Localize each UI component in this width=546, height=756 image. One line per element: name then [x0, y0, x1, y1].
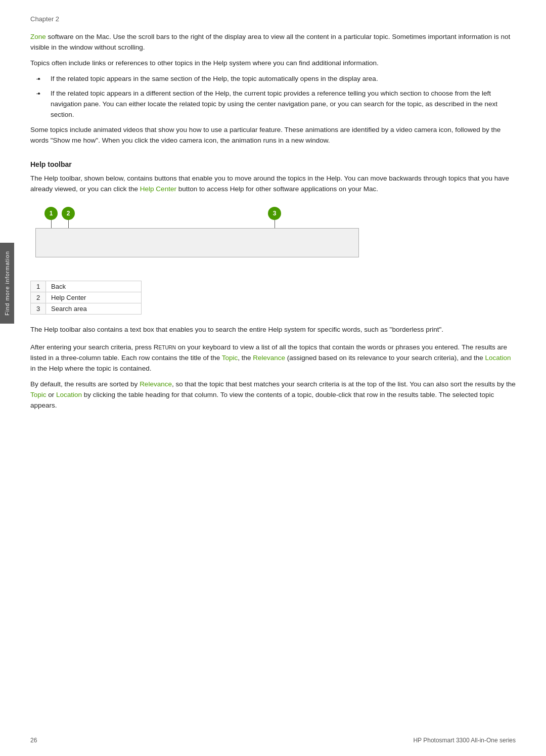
ref-table: 1Back2Help Center3Search area: [30, 281, 142, 315]
table-cell-label: Search area: [46, 303, 142, 315]
main-content: Chapter 2 Zone software on the Mac. Use …: [30, 0, 516, 447]
vline-2: [68, 220, 69, 228]
para7-mid2: or: [47, 391, 57, 398]
circle-1: 1: [44, 207, 58, 220]
paragraph-sort: By default, the results are sorted by Re…: [30, 379, 516, 411]
footer-product: HP Photosmart 3300 All-in-One series: [413, 737, 516, 744]
para6-small: ETURN: [159, 345, 176, 350]
para6-pre: After entering your search criteria, pre…: [30, 343, 159, 351]
table-row: 2Help Center: [31, 292, 142, 303]
help-center-link[interactable]: Help Center: [140, 185, 176, 193]
sidebar-tab-label: Find more information: [4, 251, 10, 316]
table-cell-label: Help Center: [46, 292, 142, 303]
toolbar-diagram: 1 2 3 1Back2Help Center3Search area: [30, 207, 516, 315]
circle-3: 3: [268, 207, 281, 220]
topic-link-2[interactable]: Topic: [30, 391, 47, 398]
table-cell-num: 2: [31, 292, 46, 303]
paragraph-return: After entering your search criteria, pre…: [30, 342, 516, 374]
footer-page-number: 26: [30, 737, 37, 744]
location-link-1[interactable]: Location: [485, 354, 511, 362]
paragraph-zone: Zone software on the Mac. Use the scroll…: [30, 32, 516, 53]
vline-1: [51, 220, 52, 228]
table-cell-label: Back: [46, 281, 142, 292]
zone-bold: Zone: [30, 33, 46, 40]
para4-post: button to access Help for other software…: [176, 185, 378, 193]
para7-mid: , so that the topic that best matches yo…: [172, 380, 516, 388]
paragraph-animations: Some topics include animated videos that…: [30, 125, 516, 146]
circle-2: 2: [62, 207, 75, 220]
toolbar-diagram-inner: 1 2 3: [30, 207, 364, 273]
bullet-item-2: If the related topic appears in a differ…: [46, 88, 516, 120]
chapter-heading: Chapter 2: [30, 15, 516, 23]
para7-end: by clicking the table heading for that c…: [30, 391, 494, 409]
para7-pre: By default, the results are sorted by: [30, 380, 140, 388]
relevance-link-2[interactable]: Relevance: [140, 380, 172, 388]
table-row: 1Back: [31, 281, 142, 292]
table-row: 3Search area: [31, 303, 142, 315]
bullet-list: If the related topic appears in the same…: [46, 74, 516, 120]
table-cell-num: 3: [31, 303, 46, 315]
relevance-link-1[interactable]: Relevance: [253, 354, 285, 362]
vline-3: [275, 220, 275, 228]
bullet-item-1: If the related topic appears in the same…: [46, 74, 516, 84]
paragraph1-rest: software on the Mac. Use the scroll bars…: [30, 33, 510, 51]
location-link-2[interactable]: Location: [56, 391, 82, 398]
page-footer: 26 HP Photosmart 3300 All-in-One series: [30, 737, 516, 744]
para6-mid2: (assigned based on its relevance to your…: [285, 354, 485, 362]
table-cell-num: 1: [31, 281, 46, 292]
section-heading-help-toolbar: Help toolbar: [30, 160, 516, 168]
sidebar-tab: Find more information: [0, 243, 14, 324]
para6-end: in the Help where the topic is contained…: [30, 365, 151, 372]
topic-link[interactable]: Topic: [222, 354, 238, 362]
paragraph-search-textbox: The Help toolbar also contains a text bo…: [30, 325, 516, 335]
paragraph-help-toolbar-desc: The Help toolbar, shown below, contains …: [30, 173, 516, 195]
page-container: Find more information Chapter 2 Zone sof…: [0, 0, 546, 756]
para6-mid1: , the: [238, 354, 253, 362]
toolbar-box: [35, 228, 359, 257]
paragraph-topics: Topics often include links or references…: [30, 58, 516, 69]
